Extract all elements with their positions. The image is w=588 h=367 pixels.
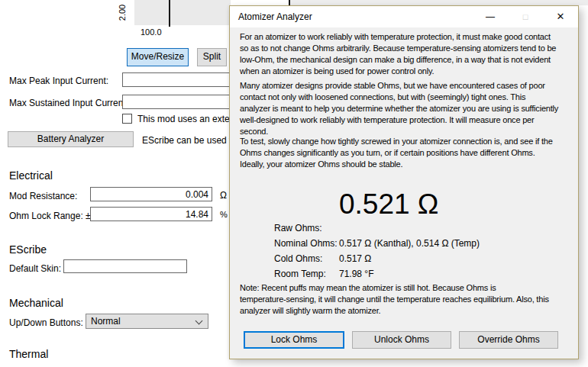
updown-buttons-select[interactable]: Normal (86, 314, 208, 329)
note-text: Note: Recent puffs may mean the atomizer… (240, 282, 549, 317)
nominal-ohms-label: Nominal Ohms: (274, 238, 338, 249)
mechanical-heading: Mechanical (9, 297, 63, 309)
max-sustained-input-current-input[interactable] (122, 95, 237, 109)
maximize-button: □ (508, 6, 543, 27)
updown-buttons-selected-value: Normal (91, 316, 121, 327)
raw-ohms-label: Raw Ohms: (274, 223, 322, 233)
close-icon: ✕ (557, 11, 565, 22)
chevron-down-icon (195, 317, 203, 325)
chart-cursor-line-2 (289, 0, 290, 5)
atomizer-analyzer-dialog: Atomizer Analyzer — □ ✕ For an atomizer … (229, 5, 579, 359)
updown-buttons-label: Up/Down Buttons: (9, 317, 83, 328)
nominal-ohms-value: 0.517 Ω (Kanthal), 0.514 Ω (Temp) (339, 238, 480, 249)
dialog-title: Atomizer Analyzer (238, 6, 312, 27)
max-peak-input-current-label: Max Peak Input Current: (9, 76, 108, 86)
instructions-paragraph: To test, slowly change how tightly screw… (240, 136, 553, 170)
chart-cursor-line (169, 0, 170, 27)
chart-top-strip (290, 0, 588, 5)
unlock-ohms-button[interactable]: Unlock Ohms (352, 331, 451, 349)
ohm-lock-range-label: Ohm Lock Range: ± (9, 211, 91, 221)
move-resize-button[interactable]: Move/Resize (127, 48, 189, 66)
max-sustained-input-current-label: Max Sustained Input Current: (9, 98, 128, 108)
minimize-button[interactable]: — (473, 6, 508, 27)
ohms-reading: 0.521 Ω (339, 188, 439, 221)
maximize-icon: □ (523, 12, 528, 21)
battery-analyzer-hint: EScribe can be used to (142, 135, 237, 146)
room-temp-value: 71.98 °F (339, 269, 374, 279)
room-temp-label: Room Temp: (274, 269, 326, 279)
mod-resistance-input[interactable] (90, 187, 212, 201)
intro-paragraph-1: For an atomizer to work reliably with te… (240, 31, 556, 77)
external-mod-checkbox[interactable] (122, 114, 132, 124)
y-axis-tick-label: 2.00 (118, 0, 128, 26)
electrical-heading: Electrical (9, 169, 53, 182)
cold-ohms-value: 0.517 Ω (339, 253, 371, 264)
window-controls: — □ ✕ (473, 6, 578, 27)
thermal-heading: Thermal (9, 348, 48, 360)
chart-plot-area[interactable] (134, 0, 231, 25)
lock-ohms-button[interactable]: Lock Ohms (244, 331, 344, 349)
percent-unit-label: % (220, 210, 228, 219)
max-peak-input-current-input[interactable] (122, 72, 237, 87)
ohm-unit-label: Ω (220, 190, 227, 201)
minimize-icon: — (486, 11, 495, 22)
split-button[interactable]: Split (197, 48, 227, 66)
close-button[interactable]: ✕ (543, 6, 578, 27)
dialog-titlebar[interactable]: Atomizer Analyzer — □ ✕ (230, 6, 578, 27)
x-axis-tick-label: 100.0 (141, 27, 162, 37)
default-skin-input[interactable] (63, 259, 187, 273)
ohm-lock-range-input[interactable] (90, 207, 212, 221)
default-skin-label: Default Skin: (9, 263, 61, 274)
cold-ohms-label: Cold Ohms: (274, 253, 322, 264)
mod-resistance-label: Mod Resistance: (9, 191, 77, 201)
escribe-heading: EScribe (9, 243, 47, 256)
override-ohms-button[interactable]: Override Ohms (459, 331, 558, 349)
battery-analyzer-button[interactable]: Battery Analyzer (8, 131, 134, 147)
intro-paragraph-2: Many atomizer designs provide stable Ohm… (240, 80, 558, 137)
